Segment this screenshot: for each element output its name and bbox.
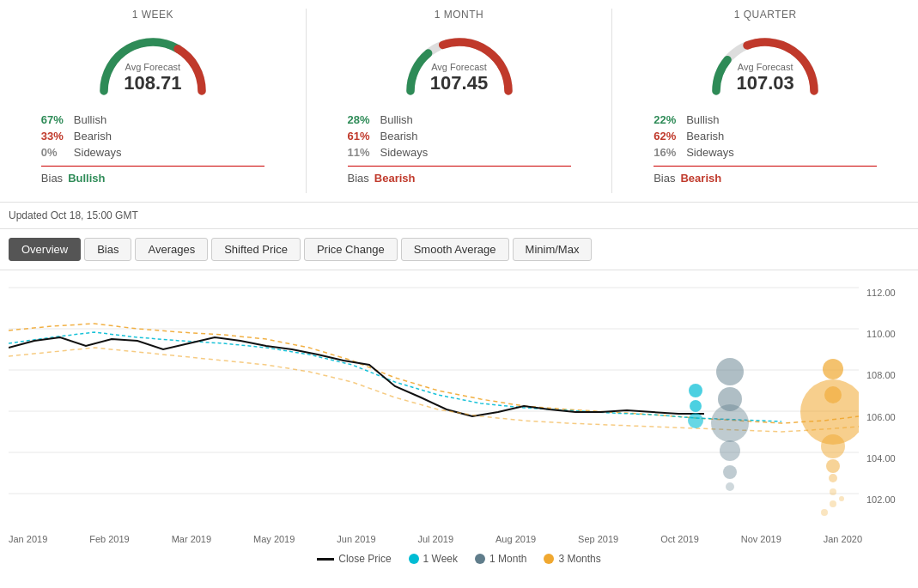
- y-axis-label: 108.00: [866, 370, 909, 380]
- tab-smooth-average[interactable]: Smooth Average: [401, 238, 509, 261]
- y-axis-label: 106.00: [866, 412, 909, 422]
- gauge-quarter: Avg Forecast 107.03: [696, 26, 834, 103]
- chart-wrapper: 112.00110.00108.00106.00104.00102.00: [9, 279, 909, 530]
- legend-item-close-price: Close Price: [317, 553, 391, 565]
- sideways-pct-quarter: 16%: [654, 146, 686, 159]
- svg-point-19: [826, 459, 840, 473]
- svg-point-6: [689, 384, 702, 397]
- tab-averages[interactable]: Averages: [135, 238, 208, 261]
- avg-text-quarter: Avg Forecast: [737, 62, 794, 72]
- y-axis-label: 104.00: [866, 453, 909, 464]
- tab-bar: OverviewBiasAveragesShifted PricePrice C…: [0, 229, 918, 270]
- tab-bias[interactable]: Bias: [84, 238, 131, 261]
- x-axis-label: Mar 2019: [172, 534, 211, 544]
- bias-value-quarter: Bearish: [680, 172, 721, 185]
- gauge-week: Avg Forecast 108.71: [84, 26, 222, 103]
- panel-title-week: 1 WEEK: [132, 9, 173, 21]
- legend-item-1-month: 1 Month: [475, 553, 526, 565]
- svg-point-7: [690, 400, 702, 412]
- y-axis: 112.00110.00108.00106.00104.00102.00: [862, 279, 909, 530]
- forecast-panel-quarter: 1 QUARTER Avg Forecast 107.03 22% Bullis…: [612, 9, 918, 193]
- x-axis-label: Jan 2020: [824, 534, 862, 544]
- legend-text: 1 Week: [423, 553, 458, 565]
- bias-label-quarter: Bias: [654, 172, 675, 185]
- tab-shifted-price[interactable]: Shifted Price: [211, 238, 301, 261]
- sideways-row-week: 0% Sideways: [41, 144, 264, 161]
- x-axis-label: May 2019: [253, 534, 295, 544]
- svg-point-9: [716, 358, 744, 385]
- bearish-row-quarter: 62% Bearish: [654, 128, 877, 144]
- x-axis-label: Jan 2019: [9, 534, 47, 544]
- bearish-pct-week: 33%: [41, 130, 74, 142]
- chart-svg: [9, 279, 862, 530]
- legend-icon: [317, 558, 334, 561]
- bearish-row-month: 61% Bearish: [348, 128, 571, 144]
- bullish-row-quarter: 22% Bullish: [654, 112, 877, 128]
- legend-icon: [475, 554, 485, 564]
- sideways-pct-month: 11%: [348, 146, 380, 159]
- svg-point-11: [711, 404, 749, 442]
- tab-price-change[interactable]: Price Change: [304, 238, 398, 261]
- x-axis: Jan 2019Feb 2019Mar 2019May 2019Jun 2019…: [9, 530, 862, 548]
- x-axis-label: Nov 2019: [741, 534, 781, 544]
- svg-point-13: [723, 465, 737, 479]
- svg-point-18: [821, 434, 845, 458]
- x-axis-label: Oct 2019: [660, 534, 699, 544]
- stats-month: 28% Bullish 61% Bearish 11% Sideways Bia…: [348, 112, 571, 185]
- svg-point-8: [688, 413, 703, 428]
- forecast-panel-month: 1 MONTH Avg Forecast 107.45 28% Bullish …: [307, 9, 613, 193]
- bullish-label-quarter: Bullish: [686, 113, 719, 126]
- bias-value-month: Bearish: [374, 172, 416, 185]
- bias-row-month: Bias Bearish: [348, 172, 571, 185]
- stats-week: 67% Bullish 33% Bearish 0% Sideways Bias…: [41, 112, 264, 185]
- x-axis-label: Jun 2019: [337, 534, 375, 544]
- bullish-pct-week: 67%: [41, 113, 74, 126]
- bullish-pct-quarter: 22%: [654, 113, 686, 126]
- sideways-label-week: Sideways: [74, 146, 122, 159]
- tab-overview[interactable]: Overview: [9, 238, 81, 261]
- legend-text: 1 Month: [489, 553, 526, 565]
- chart-area: 112.00110.00108.00106.00104.00102.00 Jan…: [0, 270, 918, 573]
- legend-text: Close Price: [338, 553, 391, 565]
- svg-point-12: [720, 440, 740, 461]
- legend-item-1-week: 1 Week: [409, 553, 458, 565]
- avg-value-week: 108.71: [124, 72, 181, 94]
- bullish-label-week: Bullish: [74, 113, 106, 126]
- sideways-label-month: Sideways: [380, 146, 429, 159]
- tab-minim-max[interactable]: Minim/Max: [513, 238, 593, 261]
- y-axis-label: 110.00: [866, 329, 909, 339]
- bullish-label-month: Bullish: [380, 113, 413, 126]
- divider-week: [41, 166, 264, 167]
- updated-text: Updated Oct 18, 15:00 GMT: [0, 203, 918, 229]
- svg-point-23: [821, 509, 828, 516]
- sideways-row-quarter: 16% Sideways: [654, 144, 877, 161]
- bias-value-week: Bullish: [68, 172, 105, 185]
- avg-text-month: Avg Forecast: [430, 62, 488, 72]
- sideways-row-month: 11% Sideways: [348, 144, 571, 161]
- gauge-label-week: Avg Forecast 108.71: [124, 62, 181, 94]
- avg-text-week: Avg Forecast: [124, 62, 181, 72]
- legend-text: 3 Months: [558, 553, 600, 565]
- avg-value-month: 107.45: [430, 72, 488, 94]
- legend-icon: [544, 554, 554, 564]
- x-axis-label: Jul 2019: [418, 534, 454, 544]
- bullish-pct-month: 28%: [348, 113, 380, 126]
- bias-label-month: Bias: [348, 172, 369, 185]
- sideways-pct-week: 0%: [41, 146, 74, 159]
- bearish-pct-quarter: 62%: [654, 130, 686, 142]
- main-chart: [9, 279, 859, 528]
- chart-legend: Close Price1 Week1 Month3 Months: [9, 548, 909, 573]
- bullish-row-week: 67% Bullish: [41, 112, 264, 128]
- bearish-label-week: Bearish: [74, 130, 112, 142]
- svg-point-21: [830, 488, 836, 495]
- stats-quarter: 22% Bullish 62% Bearish 16% Sideways Bia…: [654, 112, 877, 185]
- bullish-row-month: 28% Bullish: [348, 112, 571, 128]
- svg-point-20: [829, 474, 837, 482]
- svg-point-14: [726, 482, 734, 491]
- gauge-label-month: Avg Forecast 107.45: [430, 62, 488, 94]
- x-axis-label: Sep 2019: [578, 534, 618, 544]
- bearish-pct-month: 61%: [348, 130, 380, 142]
- bearish-row-week: 33% Bearish: [41, 128, 264, 144]
- divider-quarter: [654, 166, 877, 167]
- y-axis-label: 102.00: [866, 494, 909, 505]
